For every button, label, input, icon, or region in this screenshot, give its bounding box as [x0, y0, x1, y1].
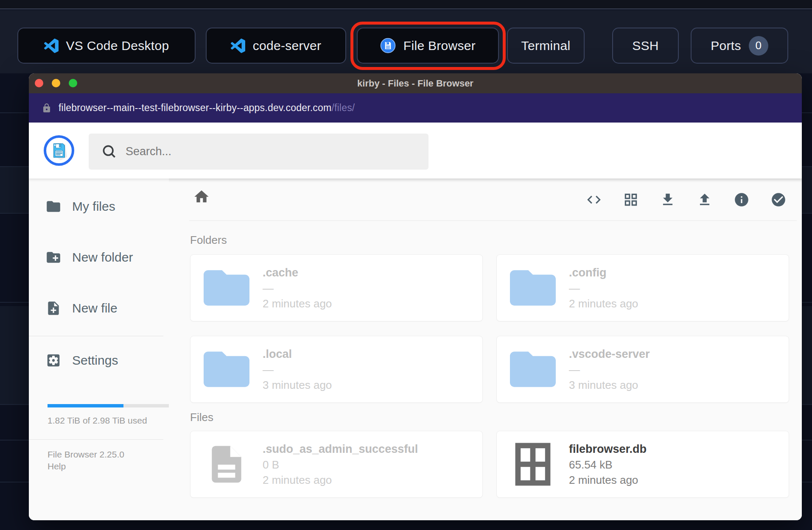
folder-icon — [202, 268, 252, 308]
url-text: filebrowser--main--test-filebrowser--kir… — [59, 102, 355, 114]
section-heading-folders: Folders — [190, 234, 227, 247]
file-browser-window: kirby - Files - File Browser filebrowser… — [29, 73, 802, 520]
header-actions — [586, 172, 787, 228]
file-name: .cache — [263, 265, 332, 281]
upload-icon[interactable] — [697, 192, 713, 208]
vscode-icon — [231, 39, 245, 53]
tab-label: File Browser — [403, 39, 476, 53]
download-icon[interactable] — [660, 192, 676, 208]
info-icon[interactable] — [734, 192, 750, 208]
folder-icon — [508, 268, 558, 308]
folder-card-config[interactable]: .config — 2 minutes ago — [496, 254, 789, 321]
file-size: 65.54 kB — [569, 457, 647, 472]
close-window-button[interactable] — [35, 79, 43, 87]
url-domain: filebrowser--main--test-filebrowser--kir… — [59, 102, 331, 113]
filebrowser-icon — [380, 38, 396, 53]
tab-ports[interactable]: Ports 0 — [691, 28, 788, 64]
file-meta: .sudo_as_admin_successful 0 B 2 minutes … — [263, 441, 418, 488]
file-modified: 3 minutes ago — [263, 377, 332, 393]
file-modified: 2 minutes ago — [263, 296, 332, 311]
sidebar-divider — [29, 439, 163, 440]
tab-label: VS Code Desktop — [66, 39, 169, 53]
file-meta: .config — 2 minutes ago — [569, 265, 638, 311]
folder-icon — [202, 349, 252, 389]
file-modified: 3 minutes ago — [569, 377, 650, 393]
tab-ssh[interactable]: SSH — [612, 28, 679, 64]
folder-card-cache[interactable]: .cache — 2 minutes ago — [190, 254, 483, 321]
search-input[interactable] — [126, 145, 380, 158]
minimize-window-button[interactable] — [52, 79, 60, 87]
search-icon — [101, 144, 117, 159]
grid-view-icon[interactable] — [623, 192, 639, 208]
filebrowser-logo[interactable] — [44, 135, 74, 166]
folder-icon — [45, 198, 62, 215]
storage-usage-label: 1.82 TiB of 2.98 TiB used — [48, 416, 147, 426]
file-meta: filebrowser.db 65.54 kB 2 minutes ago — [569, 441, 647, 488]
section-heading-files: Files — [190, 411, 213, 424]
ports-count-badge: 0 — [749, 36, 768, 56]
sidebar-item-new-file[interactable]: New file — [45, 298, 118, 318]
help-link[interactable]: Help — [48, 461, 66, 471]
file-modified: 2 minutes ago — [263, 472, 418, 488]
desktop-top-strip — [0, 0, 812, 9]
tab-label: SSH — [632, 39, 659, 53]
filebrowser-header — [29, 123, 802, 179]
file-size: — — [569, 281, 638, 296]
sidebar-item-label: Settings — [72, 353, 118, 368]
file-meta: .cache — 2 minutes ago — [263, 265, 332, 311]
app-version-label: File Browser 2.25.0 — [48, 449, 124, 460]
storage-usage-bar — [48, 404, 170, 407]
folder-icon — [508, 349, 558, 389]
tab-file-browser[interactable]: File Browser — [357, 28, 499, 64]
file-meta: .vscode-server — 3 minutes ago — [569, 346, 650, 393]
window-title: kirby - Files - File Browser — [29, 73, 802, 93]
window-titlebar[interactable]: kirby - Files - File Browser — [29, 73, 802, 93]
file-icon — [202, 442, 252, 487]
check-circle-icon[interactable] — [770, 192, 787, 208]
tab-label: Terminal — [521, 39, 571, 53]
sidebar-item-my-files[interactable]: My files — [45, 196, 115, 217]
file-modified: 2 minutes ago — [569, 296, 638, 311]
search-bar[interactable] — [89, 134, 428, 170]
database-grid-icon — [508, 441, 558, 487]
file-size: 0 B — [263, 457, 418, 472]
browser-url-bar[interactable]: filebrowser--main--test-filebrowser--kir… — [29, 93, 802, 123]
maximize-window-button[interactable] — [69, 79, 77, 87]
sidebar: My files New folder New file Settings 1.… — [29, 179, 169, 520]
file-card-filebrowser-db[interactable]: filebrowser.db 65.54 kB 2 minutes ago — [496, 431, 789, 498]
new-file-icon — [45, 300, 62, 316]
settings-icon — [45, 352, 62, 368]
code-icon[interactable] — [586, 192, 602, 208]
workspace-app-tabs: VS Code Desktop code-server File Browser… — [0, 28, 812, 64]
breadcrumb-home-icon[interactable] — [193, 188, 210, 205]
sidebar-item-label: New file — [72, 301, 118, 315]
tab-code-server[interactable]: code-server — [206, 28, 346, 64]
file-name: .config — [569, 265, 638, 281]
sidebar-item-new-folder[interactable]: New folder — [45, 247, 133, 268]
file-name: .sudo_as_admin_successful — [263, 441, 418, 457]
url-path: /files/ — [331, 102, 355, 113]
file-size: — — [263, 362, 332, 377]
file-name: .vscode-server — [569, 346, 650, 362]
file-meta: .local — 3 minutes ago — [263, 346, 332, 393]
storage-usage-fill — [48, 404, 123, 407]
sidebar-item-label: New folder — [72, 250, 133, 265]
file-name: filebrowser.db — [569, 441, 647, 457]
floppy-disk-icon — [49, 141, 69, 160]
tab-label: Ports — [711, 39, 741, 53]
sidebar-divider — [29, 336, 163, 336]
sidebar-item-settings[interactable]: Settings — [45, 350, 118, 371]
folder-card-local[interactable]: .local — 3 minutes ago — [190, 336, 483, 403]
tab-vscode-desktop[interactable]: VS Code Desktop — [17, 28, 196, 64]
file-name: .local — [263, 346, 332, 362]
new-folder-icon — [45, 249, 62, 265]
folder-card-vscode-server[interactable]: .vscode-server — 3 minutes ago — [496, 336, 789, 403]
sidebar-item-label: My files — [72, 199, 115, 214]
file-size: — — [263, 281, 332, 296]
tab-label: code-server — [253, 39, 322, 53]
file-card-sudo-as-admin[interactable]: .sudo_as_admin_successful 0 B 2 minutes … — [190, 431, 483, 498]
file-size: — — [569, 362, 650, 377]
lock-icon — [42, 103, 52, 113]
file-modified: 2 minutes ago — [569, 472, 647, 488]
tab-terminal[interactable]: Terminal — [507, 28, 585, 64]
